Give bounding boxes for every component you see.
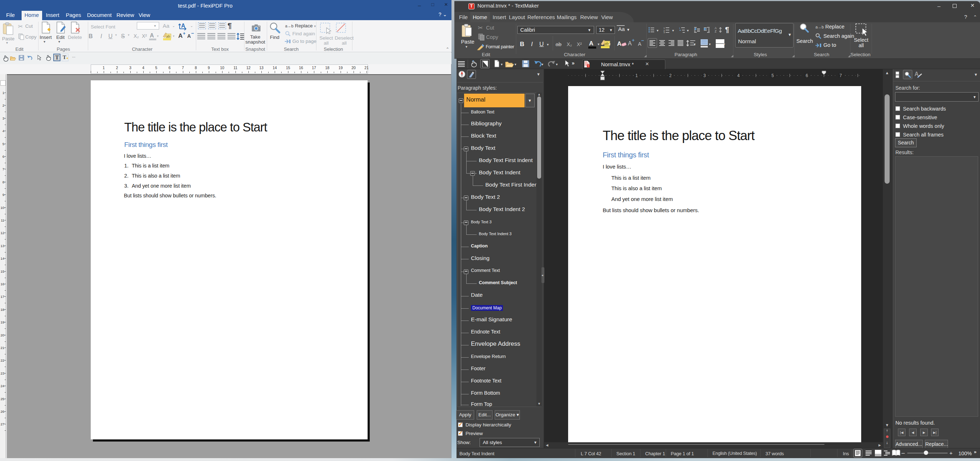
svg-text:1: 1 — [663, 27, 665, 29]
svg-text:T: T — [587, 65, 589, 67]
svg-text:ab: ab — [605, 41, 609, 45]
svg-text:ab: ab — [166, 34, 170, 38]
svg-text:1: 1 — [679, 27, 681, 29]
svg-text:3: 3 — [663, 31, 665, 33]
